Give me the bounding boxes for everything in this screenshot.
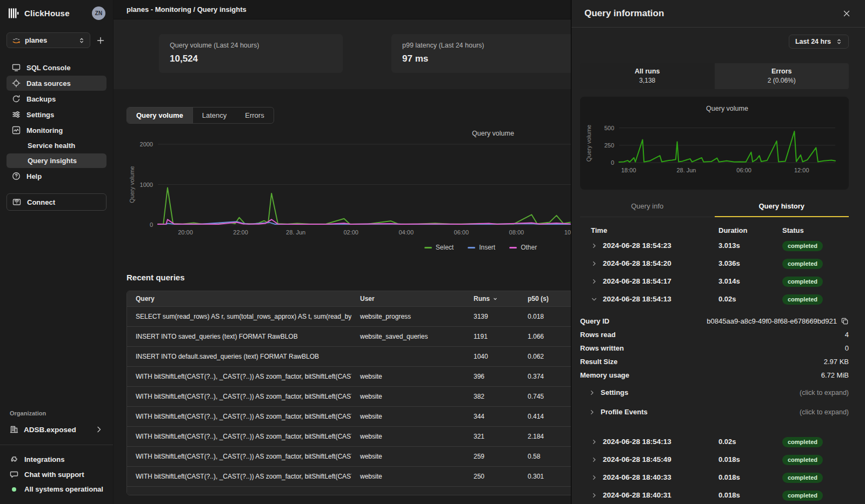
cell-p50: 0.018 xyxy=(519,313,571,320)
history-row[interactable]: 2024-06-28 18:54:203.036scompleted xyxy=(580,254,849,272)
chevron-down-icon[interactable] xyxy=(591,296,603,303)
history-column-status: Status xyxy=(782,226,849,234)
sidebar-item-settings[interactable]: Settings xyxy=(6,107,107,122)
table-row[interactable]: WITH bitShiftLeft(CAST(?..), _CAST(?..))… xyxy=(127,406,571,426)
sidebar-item-data-sources[interactable]: Data sources xyxy=(6,76,107,91)
close-icon[interactable] xyxy=(842,9,851,18)
cell-p50: 0.745 xyxy=(519,393,571,400)
time-range-select[interactable]: Last 24 hrs xyxy=(789,35,849,49)
runs-errors-segmented-control: All runs 3,138 Errors 2 (0.06%) xyxy=(580,63,849,89)
aws-cloud-icon xyxy=(12,37,21,44)
mini-query-volume-chart: Query volumeQuery volume025050018:0028. … xyxy=(583,102,846,185)
column-header-user: User xyxy=(351,295,465,303)
panel-header: Query information xyxy=(571,0,865,28)
detail-row-rows-written: Rows written0 xyxy=(580,341,849,355)
cell-runs: 1191 xyxy=(465,333,519,340)
clickhouse-logo-icon xyxy=(9,8,20,18)
legend-item-other[interactable]: Other xyxy=(509,244,537,251)
cell-runs: 396 xyxy=(465,373,519,380)
tab-query-history[interactable]: Query history xyxy=(715,197,849,217)
sidebar-item-help[interactable]: Help xyxy=(6,169,107,184)
table-row[interactable]: INSERT INTO saved_queries (text) FORMAT … xyxy=(127,326,571,346)
table-row[interactable]: WITH bitShiftLeft(CAST(?..), _CAST(?..))… xyxy=(127,426,571,446)
organization-item[interactable]: ADSB.exposed xyxy=(6,422,107,437)
history-row[interactable]: 2024-06-28 18:45:490.018scompleted xyxy=(580,451,849,468)
column-header-runs[interactable]: Runs xyxy=(465,295,519,303)
chevron-right-icon xyxy=(95,425,103,434)
stat-cards-section: Query volume (Last 24 hours) 10,524 p99 … xyxy=(114,19,571,89)
chevron-right-icon[interactable] xyxy=(591,474,603,481)
detail-value: b0845aa9-a8c9-49f0-8f68-e678669bd921 xyxy=(707,317,837,325)
tab-errors[interactable]: Errors xyxy=(236,107,273,123)
cell-p50: 0.374 xyxy=(519,373,571,380)
chevron-right-icon[interactable] xyxy=(591,278,603,285)
footer-item-chat-with-support[interactable]: Chat with support xyxy=(6,467,107,482)
errors-segment[interactable]: Errors 2 (0.06%) xyxy=(715,63,849,89)
history-row[interactable]: 2024-06-28 18:54:233.013scompleted xyxy=(580,237,849,254)
cell-query: WITH bitShiftLeft(CAST(?..), _CAST(?..))… xyxy=(127,393,351,400)
footer-item-integrations[interactable]: Integrations xyxy=(6,452,107,467)
cell-runs: 1040 xyxy=(465,353,519,360)
legend-item-insert[interactable]: Insert xyxy=(468,244,495,251)
cell-runs: 250 xyxy=(465,473,519,480)
panel-title: Query information xyxy=(584,8,664,19)
main-content: planes - Monitoring / Query insights Que… xyxy=(114,0,571,504)
sidebar-item-query-insights[interactable]: Query insights xyxy=(6,153,107,168)
table-row[interactable]: SELECT sum(read_rows) AS r, sum(total_ro… xyxy=(127,306,571,326)
cell-p50: 0.301 xyxy=(519,473,571,480)
add-service-button[interactable] xyxy=(95,36,107,45)
cell-runs: 382 xyxy=(465,393,519,400)
detail-label: Result Size xyxy=(580,358,617,366)
chevron-right-icon[interactable] xyxy=(591,439,603,445)
history-row[interactable]: 2024-06-28 18:54:130.02scompleted xyxy=(580,433,849,451)
status-badge: completed xyxy=(782,277,823,287)
service-selector-value: planes xyxy=(25,36,74,44)
tab-query-volume[interactable]: Query volume xyxy=(127,107,193,123)
history-row[interactable]: 2024-06-28 18:40:310.018scompleted xyxy=(580,486,849,504)
history-duration: 3.036s xyxy=(718,259,782,267)
chevron-right-icon[interactable] xyxy=(591,492,603,499)
connect-icon xyxy=(12,198,21,206)
history-column-time: Time xyxy=(591,226,718,234)
tab-query-info[interactable]: Query info xyxy=(580,197,715,217)
legend-item-select[interactable]: Select xyxy=(424,244,454,251)
sidebar-spacer xyxy=(6,211,107,410)
top-bar: planes - Monitoring / Query insights xyxy=(114,0,571,19)
legend-label: Select xyxy=(436,244,454,251)
history-time: 2024-06-28 18:40:31 xyxy=(603,491,718,499)
chevron-right-icon[interactable] xyxy=(591,243,603,249)
all-runs-value: 3,138 xyxy=(580,77,715,84)
legend-swatch xyxy=(509,247,517,248)
all-runs-segment[interactable]: All runs 3,138 xyxy=(580,63,715,89)
expander-settings[interactable]: Settings(click to expand) xyxy=(580,384,849,401)
history-row[interactable]: 2024-06-28 18:54:173.014scompleted xyxy=(580,272,849,290)
sidebar-item-monitoring[interactable]: Monitoring xyxy=(6,123,107,138)
tab-latency[interactable]: Latency xyxy=(193,107,236,123)
chevron-right-icon[interactable] xyxy=(591,456,603,463)
cell-runs: 321 xyxy=(465,433,519,440)
copy-icon[interactable] xyxy=(841,317,849,325)
footer-item-all-systems-operational[interactable]: All systems operational xyxy=(6,482,107,496)
sidebar-item-backups[interactable]: Backups xyxy=(6,91,107,106)
recent-queries-header: QueryUserRunsp50 (s) xyxy=(127,291,571,306)
table-row[interactable]: WITH bitShiftLeft(CAST(?..), _CAST(?..))… xyxy=(127,386,571,406)
connect-button[interactable]: Connect xyxy=(6,193,107,211)
table-row[interactable]: WITH bitShiftLeft(CAST(?..), _CAST(?..))… xyxy=(127,366,571,386)
table-row[interactable]: WITH bitShiftLeft(CAST(?..), _CAST(?..))… xyxy=(127,446,571,466)
user-avatar[interactable]: ZN xyxy=(92,6,105,20)
sidebar-item-service-health[interactable]: Service health xyxy=(6,138,107,153)
history-more-rows: 2024-06-28 18:54:130.02scompleted2024-06… xyxy=(580,433,849,504)
chevron-right-icon xyxy=(589,389,595,396)
time-range-value: Last 24 hrs xyxy=(795,38,831,45)
service-selector[interactable]: planes xyxy=(6,32,90,48)
history-row[interactable]: 2024-06-28 18:40:330.018scompleted xyxy=(580,468,849,486)
expander-profile-events[interactable]: Profile Events(click to expand) xyxy=(580,403,849,421)
p99-latency-stat-card: p99 latency (Last 24 hours) 97 ms xyxy=(391,34,571,73)
table-row[interactable]: INSERT INTO default.saved_queries (text)… xyxy=(127,346,571,366)
sidebar-item-sql-console[interactable]: SQL Console xyxy=(6,60,107,75)
history-row[interactable]: 2024-06-28 18:54:130.02scompleted xyxy=(580,290,849,308)
svg-text:22:00: 22:00 xyxy=(233,229,248,236)
table-row[interactable]: WITH bitShiftLeft(CAST(?..), _CAST(?..))… xyxy=(127,466,571,486)
history-duration: 0.02s xyxy=(718,438,782,446)
chevron-right-icon[interactable] xyxy=(591,260,603,267)
